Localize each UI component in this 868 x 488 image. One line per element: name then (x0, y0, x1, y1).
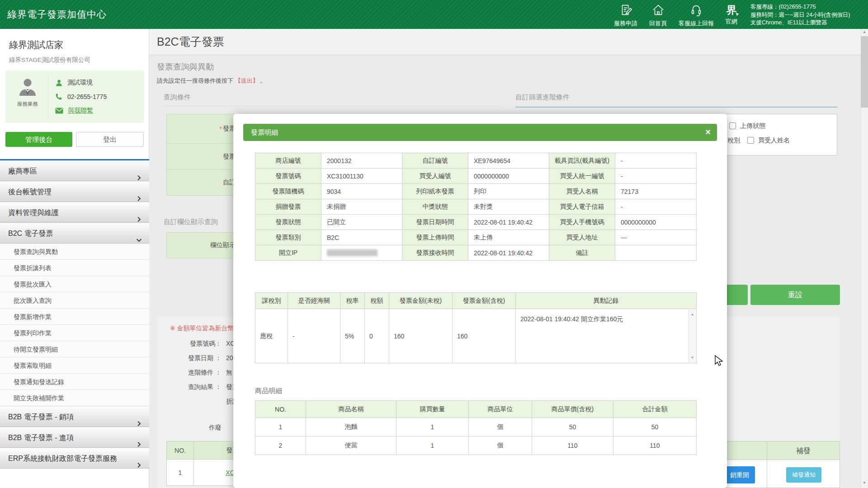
nav-online-support[interactable]: 客服線上回報 (679, 3, 714, 28)
scrollbar-down-icon[interactable]: ▼ (861, 481, 868, 485)
logout-button[interactable]: 登出 (76, 132, 144, 147)
nav-service-apply[interactable]: 服務申請 (614, 3, 637, 28)
change-log-entry: 2022-08-01 19:40:42 開立作業160元 (520, 315, 623, 324)
tax-summary-table: 課稅別 是否經海關 稅率 稅額 發票金額(未稅) 發票金額(含稅) 異動記錄 應… (255, 292, 697, 363)
col-header-reissue: 補發 (767, 441, 840, 460)
avatar: 服務業務 (14, 77, 42, 108)
close-icon[interactable]: × (705, 124, 711, 140)
company-name: 綠界STAGE測試股份有限公司 (9, 56, 90, 64)
query-panel-title: 查詢條件 (164, 93, 191, 102)
contact-env-row: 測試環境 (55, 78, 93, 88)
display-panel-title: 自訂欄位顯示查詢 (164, 218, 218, 226)
tax-type-label-fragment: 稅別 (727, 136, 740, 145)
sidebar-item-batch-import[interactable]: 發票批次匯入 (0, 276, 149, 292)
sidebar-item-data-maintenance[interactable]: 資料管理與維護 (0, 202, 149, 223)
admin-backend-button[interactable]: 管理後台 (5, 132, 72, 147)
summary-query-result: 查詢結果 ：發票 (168, 383, 239, 391)
top-nav: 服務申請 回首頁 客服線上回報 界 (614, 3, 737, 28)
detail-row: 發票類別B2C 發票上傳時間未上傳 買受人地址--- (255, 230, 697, 245)
contact-phone-row: 02-2655-1775 (55, 92, 107, 102)
summary-void: 作廢 (168, 424, 226, 432)
search-hint: 請先設定任一搜尋條件後按下 【送出】 。 (157, 77, 266, 85)
sidebar-item-invoice-query[interactable]: 發票查詢與異動 (0, 244, 149, 260)
sidebar: 綠界測試店家 綠界STAGE測試股份有限公司 服務業務 測試環境 02-2655… (0, 29, 149, 488)
sidebar-item-erp-service[interactable]: ERP系統接軌財政部電子發票服務 (0, 448, 149, 469)
nav-official-site[interactable]: 界 官網 (726, 3, 737, 28)
products-header-row: NO. 商品名稱 購買數量 商品單位 商品單價(含稅) 合計金額 (255, 401, 697, 418)
sidebar-item-notify-record[interactable]: 發票通知發送記錄 (0, 374, 149, 390)
sidebar-item-allowance-list[interactable]: 發票折讓列表 (0, 260, 149, 276)
sidebar-item-invoice-request[interactable]: 發票索取明細 (0, 357, 149, 374)
nav-label: 回首頁 (649, 19, 667, 28)
change-log-cell: 2022-08-01 19:40:42 開立作業160元 ▲ ▼ (516, 309, 697, 363)
issue-ip-cell (321, 245, 402, 261)
sidebar-item-batch-import-query[interactable]: 批次匯入查詢 (0, 292, 149, 309)
sidebar-item-pending-invoice[interactable]: 待開立發票明細 (0, 341, 149, 357)
detail-row: 捐贈發票未捐贈 中獎狀態未對獎 買受人電子信箱- (255, 199, 697, 215)
query-heading-rule (164, 106, 500, 106)
sidebar-item-fail-reissue[interactable]: 開立失敗補開作業 (0, 390, 149, 406)
detail-row: 商店編號2000132 自訂編號XE97649654 載具資訊(載具編號)- (255, 153, 697, 169)
row-no: 1 (167, 460, 194, 486)
form-pencil-icon (619, 3, 632, 19)
sidebar-item-b2b-sales[interactable]: B2B 電子發票 - 銷項 (0, 406, 149, 427)
top-header-bar: 綠界電子發票加值中心 服務申請 回首頁 (0, 0, 868, 29)
sidebar-item-b2c-invoice[interactable]: B2C 電子發票 (0, 223, 149, 244)
summary-advanced-condition: 進階條件 ：無 (168, 369, 232, 377)
page-title: B2C電子發票 (157, 34, 224, 49)
products-section-title: 商品明細 (255, 387, 282, 395)
tax-data-row: 應稅 - 5% 0 160 160 2022-08-01 19:40:42 開立… (255, 309, 697, 363)
env-label: 測試環境 (67, 79, 93, 87)
product-row: 1 泡麵 1 個 50 50 (255, 418, 697, 436)
phone-icon (55, 93, 63, 101)
upload-status-label: 上傳狀態 (740, 122, 765, 130)
app-title: 綠界電子發票加值中心 (7, 0, 107, 29)
nav-home[interactable]: 回首頁 (649, 3, 667, 28)
summary-invoice-date: 發票日期 ：202 (168, 354, 236, 362)
contact-me-link[interactable]: 與我聯繫 (68, 107, 93, 115)
product-row: 2 便當 1 個 110 110 (255, 436, 697, 455)
submit-hint-emphasis: 【送出】 (235, 77, 259, 84)
nav-label: 官網 (726, 18, 737, 26)
page-scrollbar-thumb[interactable] (861, 36, 868, 108)
page-title-bar (149, 29, 861, 55)
products-table: NO. 商品名稱 購買數量 商品單位 商品單價(含稅) 合計金額 1 泡麵 1 … (255, 400, 697, 455)
currency-note: ※ 金額單位皆為新台幣 (170, 324, 234, 333)
chevron-right-icon (136, 455, 142, 476)
reset-button[interactable]: 重設 (750, 285, 840, 305)
card-divider (48, 76, 48, 117)
modal-header: 發票明細 × (243, 124, 717, 141)
detail-row: 開立IP 發票接收時間2022-08-01 19:40:42 備註 (255, 245, 697, 261)
sidebar-item-invoice-create[interactable]: 發票新增作業 (0, 309, 149, 325)
sidebar-item-b2b-purchase[interactable]: B2B 電子發票 - 進項 (0, 427, 149, 448)
advanced-heading-rule (515, 107, 837, 108)
store-name: 綠界測試店家 (9, 39, 63, 51)
detail-row: 發票號碼XC31001130 買受人編號0000000000 買受人統一編號- (255, 169, 697, 184)
nav-label: 客服線上回報 (679, 19, 714, 28)
section-title: 發票查詢與異動 (157, 61, 214, 72)
person-icon (55, 79, 63, 87)
scroll-up-icon[interactable]: ▲ (689, 312, 696, 316)
summary-allowance: 折讓 (168, 398, 239, 406)
nav-label: 服務申請 (614, 19, 637, 28)
sidebar-item-vendor-zone[interactable]: 廠商專區 (0, 160, 149, 181)
detail-row: 發票狀態已開立 發票日期時間2022-08-01 19:40:42 買受人手機號… (255, 215, 697, 230)
log-scrollbar[interactable]: ▲ ▼ (688, 310, 696, 362)
sidebar-item-invoice-print[interactable]: 發票列印作業 (0, 325, 149, 341)
chevron-down-icon (136, 230, 142, 251)
advanced-panel-title: 自訂篩選進階條件 (515, 93, 570, 102)
contact-mail-row: 與我聯繫 (55, 106, 93, 116)
browser-support: 支援Chrome、IE11以上瀏覽器 (750, 19, 850, 27)
invoice-detail-table: 商店編號2000132 自訂編號XE97649654 載具資訊(載具編號)- 發… (255, 153, 697, 261)
void-reopen-button[interactable]: 銷重開 (724, 466, 755, 483)
buyer-name-checkbox[interactable] (747, 137, 754, 144)
reissue-notify-button[interactable]: 補發通知 (786, 467, 821, 483)
scroll-down-icon[interactable]: ▼ (689, 356, 696, 360)
scrollbar-up-icon[interactable]: ▲ (861, 30, 868, 34)
phone-number: 02-2655-1775 (67, 93, 107, 100)
sidebar-item-account-mgmt[interactable]: 後台帳號管理 (0, 181, 149, 202)
redacted-ip-value (327, 249, 377, 256)
upload-status-checkbox[interactable] (729, 122, 736, 129)
support-hours: 服務時間：週一~週日 24小時(含例假日) (750, 11, 850, 19)
contact-card: 服務業務 測試環境 02-2655-1775 與我聯繫 (5, 70, 144, 123)
